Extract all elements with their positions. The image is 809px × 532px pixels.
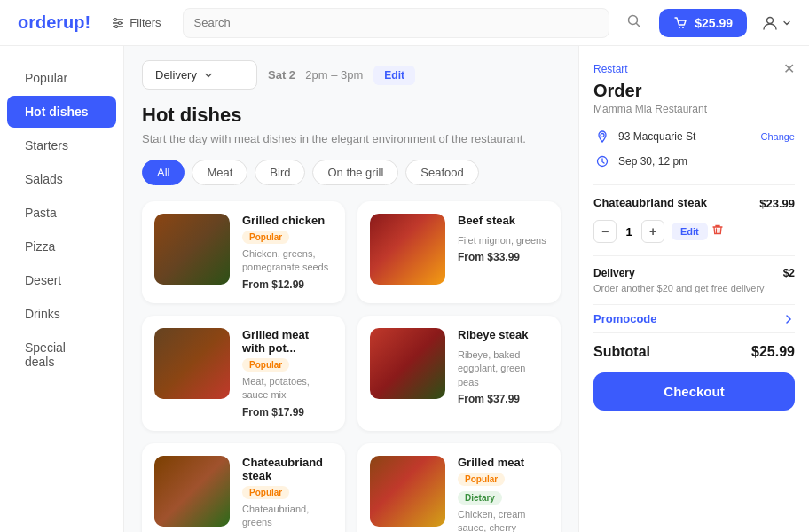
order-item-price: $23.99 [759,197,795,210]
qty-value: 1 [617,225,641,239]
food-info-ribeye-steak: Ribeye steak Ribeye, baked eggplant, gre… [458,328,548,405]
food-image-ribeye-steak [370,328,445,399]
search-icon [627,14,641,28]
sidebar-item-drinks[interactable]: Drinks [7,298,116,330]
food-image-grilled-chicken [154,214,230,285]
sidebar-item-salads[interactable]: Salads [7,163,116,195]
food-desc: Chateaubriand, greens [242,503,333,530]
food-card-ribeye-steak[interactable]: Ribeye steak Ribeye, baked eggplant, gre… [357,316,561,431]
order-title: Order [593,81,795,101]
food-desc: Chicken, greens, pomegranate seeds [242,247,333,275]
qty-increase-button[interactable]: + [641,220,664,243]
food-card-beef-steak[interactable]: Beef steak Filet mignon, greens From $33… [357,201,561,303]
change-address-button[interactable]: Change [760,131,795,142]
food-badges: Popular [242,231,333,244]
sidebar-item-desert[interactable]: Desert [7,264,116,296]
delivery-fee-row: Delivery $2 [593,267,795,279]
food-card-grilled-meat-pot[interactable]: Grilled meat with pot... Popular Meat, p… [142,316,345,431]
food-card-chateaubriand-steak[interactable]: Chateaubriand steak Popular Chateaubrian… [142,443,345,532]
food-name: Grilled meat with pot... [242,328,333,355]
filter-tab-on-the-grill[interactable]: On the grill [312,160,398,185]
svg-point-8 [679,27,680,28]
delivery-label: Delivery [155,68,197,82]
food-desc: Ribeye, baked eggplant, green peas [458,348,548,389]
food-name: Grilled chicken [242,214,333,227]
badge-popular: Popular [458,473,505,486]
delivery-select[interactable]: Delivery [142,60,257,90]
food-badges: Popular [242,486,333,499]
filters-icon [112,17,124,29]
sidebar-item-pasta[interactable]: Pasta [7,197,116,229]
datetime-left: Sep 30, 12 pm [593,153,687,170]
food-card-grilled-meat[interactable]: Grilled meat Popular Dietary Chicken, cr… [357,443,561,532]
qty-row: − 1 + Edit [593,220,795,243]
badge-dietary: Dietary [458,491,502,505]
user-icon [761,14,779,32]
food-name: Chateaubriand steak [242,456,333,482]
svg-point-5 [115,25,118,27]
order-panel: Restart ✕ Order Mamma Mia Restaurant 93 … [578,46,809,532]
edit-order-item-button[interactable]: Edit [672,223,708,240]
qty-decrease-button[interactable]: − [593,220,617,243]
food-name: Beef steak [458,214,548,227]
chevron-down-icon [782,19,791,27]
food-name: Ribeye steak [458,328,548,341]
svg-point-11 [601,134,604,137]
time-slot: Sat 2 2pm – 3pm [268,68,363,82]
food-image-beef-steak [370,214,445,285]
subtotal-row: Subtotal $25.99 [593,344,795,360]
trash-icon [711,223,724,236]
qty-controls: − 1 + [593,220,664,243]
order-divider [593,184,795,185]
filters-button[interactable]: Filters [105,12,168,33]
delete-order-item-button[interactable] [711,223,724,239]
section-title: Hot dishes [142,104,561,127]
food-image-grilled-meat [370,456,445,527]
delivery-bar: Delivery Sat 2 2pm – 3pm Edit [142,60,561,90]
food-name: Grilled meat [458,456,548,469]
location-icon [593,128,611,145]
filter-tab-meat[interactable]: Meat [192,160,247,185]
filters-label: Filters [130,16,161,29]
food-price: From $17.99 [242,406,333,419]
food-desc: Filet mignon, greens [458,234,548,247]
delivery-fee-price: $2 [783,267,795,279]
svg-point-3 [114,18,117,20]
clock-icon [593,153,611,170]
filter-tabs: All Meat Bird On the grill Seafood [142,160,561,185]
order-divider-2 [593,255,795,256]
chevron-down-icon [204,71,213,80]
cart-icon [673,16,687,30]
cart-button[interactable]: $25.99 [659,9,747,37]
user-button[interactable] [761,14,791,32]
food-desc: Meat, potatoes, sauce mix [242,375,333,403]
sidebar-item-hot-dishes[interactable]: Hot dishes [7,96,116,128]
sidebar-item-special-deals[interactable]: Special deals [7,332,116,378]
search-input[interactable] [183,8,610,38]
sidebar-item-starters[interactable]: Starters [7,129,116,161]
search-button[interactable] [624,11,645,35]
filter-tab-bird[interactable]: Bird [255,160,305,185]
logo: orderup! [18,12,90,33]
restart-button[interactable]: Restart [593,63,628,75]
sidebar-item-popular[interactable]: Popular [7,62,116,94]
food-grid: Grilled chicken Popular Chicken, greens,… [142,201,561,532]
food-info-grilled-meat-pot: Grilled meat with pot... Popular Meat, p… [242,328,333,419]
delivery-note: Order another $20 and get free delivery [593,283,795,293]
sidebar: Popular Hot dishes Starters Salads Pasta… [0,46,124,532]
filter-tab-seafood[interactable]: Seafood [405,160,478,185]
badge-popular: Popular [242,486,289,499]
filter-tab-all[interactable]: All [142,160,185,185]
main-layout: Popular Hot dishes Starters Salads Pasta… [0,46,809,532]
edit-slot-button[interactable]: Edit [373,66,415,85]
order-meta: 93 Macquarie St Change Sep 30, 12 pm [593,128,795,170]
restaurant-name: Mamma Mia Restaurant [593,103,795,115]
svg-line-7 [637,24,640,27]
close-button[interactable]: ✕ [783,60,795,77]
address-text: 93 Macquarie St [618,130,695,143]
checkout-button[interactable]: Checkout [593,372,795,411]
cart-total: $25.99 [695,16,733,30]
promo-row[interactable]: Promocode [593,304,795,333]
food-card-grilled-chicken[interactable]: Grilled chicken Popular Chicken, greens,… [142,201,345,303]
sidebar-item-pizza[interactable]: Pizza [7,231,116,262]
